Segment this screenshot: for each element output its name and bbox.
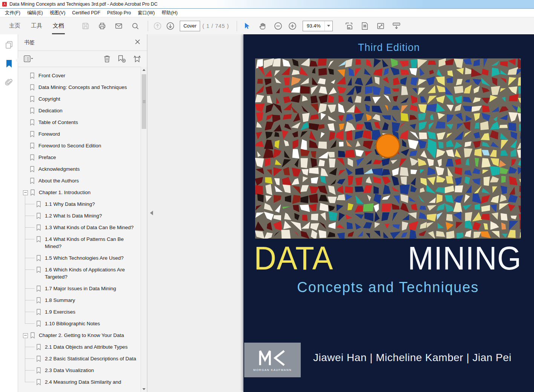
bookmark-label[interactable]: 1.7 Major Issues in Data Mining [45, 285, 116, 292]
bookmark-label[interactable]: Foreword [38, 130, 60, 138]
cover-mosaic-image [255, 58, 521, 239]
toolbar-tabs: 主页工具文档 [4, 17, 69, 34]
bookmark-row: 1.2 What Is Data Mining? [36, 210, 141, 222]
bookmark-options-button[interactable] [23, 55, 34, 63]
tab-inactive[interactable]: 主页 [4, 17, 26, 34]
menu-item[interactable]: 窗口(W) [135, 9, 158, 17]
bookmark-list: Front CoverData Mining: Concepts and Tec… [18, 67, 141, 392]
bookmark-row: Front Cover [29, 70, 141, 81]
page-count-label: ( 1 / 745 ) [202, 23, 229, 29]
bookmark-label[interactable]: Acknowledgments [38, 165, 80, 173]
toolbar-divider [148, 21, 148, 31]
bookmark-label[interactable]: 2.3 Data Visualization [45, 367, 94, 374]
zoom-level-select[interactable]: 93.4% [303, 21, 333, 31]
bookmark-label[interactable]: 1.10 Bibliographic Notes [45, 320, 100, 327]
bookmark-row: Dedication [29, 105, 141, 116]
bookmarks-panel-button[interactable] [5, 59, 13, 70]
bookmark-row: Acknowledgments [29, 163, 141, 175]
bookmark-label[interactable]: Copyright [38, 95, 60, 103]
previous-page-button[interactable] [151, 20, 164, 32]
save-button[interactable] [79, 20, 92, 32]
bookmark-label[interactable]: 1.8 Summary [45, 297, 75, 304]
panel-scrollbar[interactable] [141, 67, 147, 392]
morgan-kaufmann-logo: MORGAN KAUFMANN [244, 343, 301, 377]
collapse-toggle-icon[interactable] [23, 333, 28, 338]
hand-tool-button[interactable] [256, 20, 269, 32]
bookmark-row: 2.2 Basic Statistical Descriptions of Da… [36, 353, 141, 364]
print-button[interactable] [96, 20, 109, 32]
menu-item[interactable]: PitStop Pro [104, 9, 134, 16]
collapse-panel-handle[interactable] [150, 211, 153, 215]
cover-authors: Jiawei Han | Micheline Kamber | Jian Pei [313, 352, 511, 364]
next-page-button[interactable] [164, 20, 177, 32]
bookmark-label[interactable]: About the Authors [38, 177, 79, 184]
bookmark-icon [29, 84, 38, 91]
select-tool-button[interactable] [240, 20, 253, 32]
attachments-button[interactable] [5, 78, 14, 89]
bookmark-icon [29, 95, 38, 103]
bookmark-label[interactable]: Data Mining: Concepts and Techniques [38, 84, 127, 91]
cover-title: DATA MINING [254, 243, 522, 274]
bookmark-label[interactable]: 2.2 Basic Statistical Descriptions of Da… [45, 355, 136, 362]
bookmark-label[interactable]: 2.4 Measuring Data Similarity and [45, 378, 121, 386]
menu-item[interactable]: 帮助(H) [158, 9, 181, 17]
delete-bookmark-button[interactable] [103, 55, 111, 63]
bookmark-label[interactable]: 1.6 Which Kinds of Applications Are Targ… [45, 266, 139, 280]
zoom-out-button[interactable] [272, 20, 285, 32]
menu-item[interactable]: 编辑(E) [24, 9, 46, 17]
search-icon[interactable] [129, 20, 142, 32]
bookmark-label[interactable]: Table of Contents [38, 119, 78, 126]
email-button[interactable] [112, 20, 125, 32]
page-thumbnails-button[interactable] [5, 40, 14, 51]
tab-active[interactable]: 文档 [47, 17, 69, 34]
bookmark-label[interactable]: 1.2 What Is Data Mining? [45, 212, 102, 219]
bookmark-icon [36, 367, 45, 374]
page-number-field[interactable]: Cover [180, 21, 200, 31]
bookmark-label[interactable]: Dedication [38, 107, 63, 114]
bookmark-row: 2.1 Data Objects and Attribute Types [36, 341, 141, 353]
bookmark-row: About the Authors [29, 175, 141, 187]
close-panel-icon[interactable] [134, 38, 141, 47]
fullscreen-button[interactable] [374, 20, 387, 32]
document-viewer: Third Edition DATA MINING Concepts and T… [147, 34, 534, 392]
scroll-down-arrow[interactable] [141, 386, 147, 392]
bookmark-label[interactable]: Chapter 1. Introduction [39, 189, 90, 196]
bookmark-label[interactable]: Front Cover [38, 72, 65, 79]
new-bookmark-button[interactable] [117, 55, 126, 63]
bookmark-label[interactable]: 1.9 Exercises [45, 308, 75, 315]
tab-inactive[interactable]: 工具 [26, 17, 47, 34]
zoom-dropdown-arrow[interactable] [324, 21, 332, 31]
bookmark-label[interactable]: 1.4 What Kinds of Patterns Can Be Mined? [45, 236, 139, 250]
zoom-in-button[interactable] [286, 20, 299, 32]
pdf-cover-page: Third Edition DATA MINING Concepts and T… [243, 34, 534, 392]
zoom-level-value: 93.4% [303, 23, 324, 29]
bookmark-row: 1.6 Which Kinds of Applications Are Targ… [36, 264, 141, 283]
cover-edition-text: Third Edition [243, 42, 534, 54]
bookmark-icon [29, 154, 38, 161]
title-bar: Data Mining Concepts and Techniques 3rd.… [0, 0, 534, 9]
scrolling-mode-button[interactable] [390, 20, 403, 32]
bookmark-icon [29, 119, 38, 126]
bookmark-icon [36, 378, 45, 386]
bookmark-label[interactable]: 1.5 Which Technologies Are Used? [45, 254, 124, 262]
expand-bookmarks-button[interactable] [132, 55, 142, 63]
panel-title: 书签 [24, 39, 35, 46]
bookmark-row: 2.4 Measuring Data Similarity and [36, 376, 141, 388]
bookmark-label[interactable]: 1.1 Why Data Mining? [45, 201, 95, 208]
menu-item[interactable]: Certified PDF [69, 9, 104, 16]
menu-item[interactable]: 文件(F) [2, 9, 24, 17]
bookmark-label[interactable]: Foreword to Second Edition [38, 142, 101, 149]
bookmark-label[interactable]: 2.1 Data Objects and Attribute Types [45, 343, 128, 351]
collapse-toggle-icon[interactable] [23, 190, 28, 195]
fit-width-button[interactable] [343, 20, 355, 32]
scrollbar-thumb[interactable] [142, 74, 146, 129]
menu-item[interactable]: 视图(V) [46, 9, 69, 17]
bookmark-row: 1.9 Exercises [36, 306, 141, 318]
scroll-up-arrow[interactable] [141, 67, 147, 73]
bookmark-label[interactable]: Preface [38, 154, 56, 161]
bookmark-label[interactable]: 1.3 What Kinds of Data Can Be Mined? [45, 224, 134, 231]
fit-page-button[interactable] [358, 20, 371, 32]
bookmark-icon [36, 224, 45, 231]
bookmark-label[interactable]: Chapter 2. Getting to Know Your Data [39, 332, 124, 339]
bookmark-icon [36, 297, 45, 304]
